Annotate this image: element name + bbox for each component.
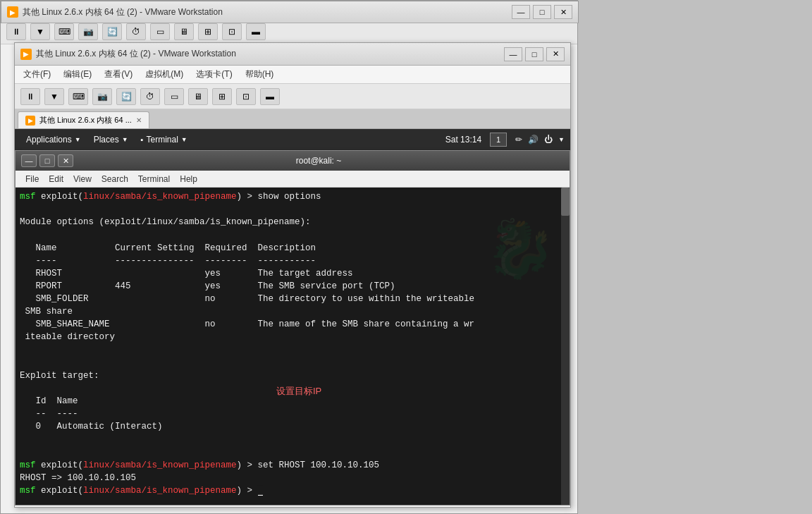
tab-linux-vm[interactable]: ▶ 其他 Linux 2.6.x 内核 64 ... ✕ [18, 111, 149, 128]
inner-title-text: 其他 Linux 2.6.x 内核 64 位 (2) - VMware Work… [36, 48, 236, 60]
terminal-line-2: Module options (exploit/linux/samba/is_k… [20, 216, 565, 228]
term-menu-search[interactable]: Search [97, 173, 133, 185]
outer-maximize-button[interactable]: □ [533, 5, 551, 19]
outer-tb-view2[interactable]: 🖥 [174, 23, 194, 40]
inner-vmware-window: ▶ 其他 Linux 2.6.x 内核 64 位 (2) - VMware Wo… [14, 42, 571, 508]
workspace-switcher[interactable]: 1 [490, 133, 507, 147]
linux-topbar: Applications ▼ Places ▼ ▪ Terminal ▼ Sat… [15, 129, 570, 150]
power-dropdown-icon[interactable]: ▼ [558, 136, 565, 143]
inner-menu-help[interactable]: 帮助(H) [240, 67, 280, 82]
inner-tb-pause[interactable]: ⏸ [20, 88, 40, 105]
terminal-line-rport: RPORT 445 yes The SMB service port (TCP) [20, 280, 565, 293]
applications-menu[interactable]: Applications ▼ [20, 133, 87, 146]
inner-minimize-button[interactable]: — [504, 47, 522, 61]
terminal-line-header: Name Current Setting Required Descriptio… [20, 242, 565, 255]
clock-display: Sat 13:14 [445, 135, 481, 145]
terminal-line-smb-share: SMB share [20, 305, 565, 318]
terminal-line-smb-share-name: SMB_SHARE_NAME no The name of the SMB sh… [20, 318, 565, 331]
places-dropdown-icon: ▼ [122, 136, 128, 143]
terminal-scrollbar[interactable] [561, 188, 570, 505]
term-menu-file[interactable]: File [21, 173, 43, 185]
outer-tb-snapshot2[interactable]: 🔄 [102, 23, 122, 40]
terminal-window-controls: — □ ✕ [21, 154, 73, 167]
terminal-line-blank6 [20, 433, 565, 446]
inner-window-controls: — □ ✕ [504, 47, 565, 61]
inner-close-button[interactable]: ✕ [546, 47, 565, 61]
terminal-close-button[interactable]: ✕ [58, 154, 73, 167]
applications-dropdown-icon: ▼ [75, 136, 81, 143]
terminal-window: — □ ✕ root@kali: ~ File Edit View Search… [15, 150, 570, 506]
inner-vmware-icon: ▶ [20, 49, 32, 60]
inner-tb-full[interactable]: ▬ [260, 88, 280, 105]
inner-tb-v2[interactable]: 🖥 [188, 88, 208, 105]
inner-menu-tab[interactable]: 选项卡(T) [190, 67, 238, 82]
terminal-line-rhost-result: RHOST => 100.10.10.105 [20, 472, 565, 484]
inner-titlebar: ▶ 其他 Linux 2.6.x 内核 64 位 (2) - VMware Wo… [15, 43, 570, 66]
terminal-line-id-0: 0 Automatic (Interact) [20, 420, 565, 433]
inner-tb-v3[interactable]: ⊞ [212, 88, 232, 105]
terminal-line-exploit-target: Exploit target: [20, 369, 565, 382]
terminal-menubar: File Edit View Search Terminal Help [16, 171, 570, 188]
linux-app-menu: Applications ▼ Places ▼ ▪ Terminal ▼ [20, 133, 193, 146]
outer-tb-pause[interactable]: ⏸ [6, 23, 26, 40]
inner-tb-snap1[interactable]: 📷 [92, 88, 112, 105]
term-menu-terminal[interactable]: Terminal [134, 173, 174, 185]
terminal-line-0: msf exploit(linux/samba/is_known_pipenam… [20, 190, 565, 203]
terminal-line-id-dash: -- ---- [20, 408, 565, 420]
draw-icon[interactable]: ✏ [515, 135, 522, 145]
terminal-line-blank4 [20, 357, 565, 369]
term-menu-help[interactable]: Help [176, 173, 202, 185]
terminal-line-rhost: RHOST yes The target address [20, 267, 565, 280]
outer-tb-view4[interactable]: ⊡ [222, 23, 242, 40]
terminal-maximize-button[interactable]: □ [39, 154, 55, 167]
terminal-line-blank7 [20, 446, 565, 459]
inner-menubar: 文件(F) 编辑(E) 查看(V) 虚拟机(M) 选项卡(T) 帮助(H) [15, 66, 570, 84]
tab-label: 其他 Linux 2.6.x 内核 64 ... [39, 115, 132, 126]
terminal-line-iteable: iteable directory [20, 331, 565, 343]
workspace-number: 1 [496, 135, 500, 144]
outer-tb-snapshot3[interactable]: ⏱ [126, 23, 146, 40]
terminal-menu[interactable]: ▪ Terminal ▼ [135, 133, 193, 146]
inner-tb-kbd[interactable]: ⌨ [68, 88, 88, 105]
inner-tb-snap2[interactable]: 🔄 [116, 88, 136, 105]
inner-menu-edit[interactable]: 编辑(E) [58, 67, 97, 82]
inner-tb-v4[interactable]: ⊡ [236, 88, 256, 105]
inner-tb-snap3[interactable]: ⏱ [140, 88, 160, 105]
terminal-line-blank2 [20, 228, 565, 241]
outer-tb-send-ctrlaltdel[interactable]: ⌨ [54, 23, 74, 40]
outer-title-text: 其他 Linux 2.6.x 内核 64 位 (2) - VMware Work… [23, 6, 223, 18]
term-menu-view[interactable]: View [69, 173, 96, 185]
applications-label: Applications [26, 135, 72, 145]
inner-menu-vm[interactable]: 虚拟机(M) [140, 67, 189, 82]
terminal-scrollbar-thumb[interactable] [561, 188, 570, 216]
inner-menu-view[interactable]: 查看(V) [99, 67, 138, 82]
inner-toolbar: ⏸ ▼ ⌨ 📷 🔄 ⏱ ▭ 🖥 ⊞ ⊡ ▬ [15, 84, 570, 109]
audio-icon[interactable]: 🔊 [528, 135, 539, 145]
outer-tb-view1[interactable]: ▭ [150, 23, 170, 40]
outer-tb-view3[interactable]: ⊞ [198, 23, 218, 40]
places-menu[interactable]: Places ▼ [88, 133, 134, 146]
places-label: Places [94, 135, 119, 145]
outer-tb-arrow[interactable]: ▼ [30, 23, 50, 40]
outer-close-button[interactable]: ✕ [554, 5, 572, 19]
terminal-line-prompt: msf exploit(linux/samba/is_known_pipenam… [20, 484, 565, 497]
terminal-content[interactable]: msf exploit(linux/samba/is_known_pipenam… [16, 188, 570, 505]
inner-tb-arrow[interactable]: ▼ [44, 88, 64, 105]
inner-tb-v1[interactable]: ▭ [164, 88, 184, 105]
outer-tb-full[interactable]: ▬ [246, 23, 266, 40]
outer-minimize-button[interactable]: — [512, 5, 530, 19]
terminal-line-dash: ---- --------------- -------- ----------… [20, 255, 565, 267]
terminal-title: root@kali: ~ [73, 156, 564, 166]
terminal-titlebar: — □ ✕ root@kali: ~ [16, 151, 570, 171]
terminal-minimize-button[interactable]: — [21, 154, 37, 167]
tab-close-icon[interactable]: ✕ [136, 116, 142, 124]
terminal-label: Terminal [147, 135, 178, 145]
outer-tb-snapshot1[interactable]: 📷 [78, 23, 98, 40]
power-icon[interactable]: ⏻ [544, 135, 553, 145]
term-menu-edit[interactable]: Edit [44, 173, 68, 185]
inner-maximize-button[interactable]: □ [525, 47, 543, 61]
outer-titlebar: ▶ 其他 Linux 2.6.x 内核 64 位 (2) - VMware Wo… [1, 1, 579, 23]
inner-menu-file[interactable]: 文件(F) [18, 67, 56, 82]
terminal-line-blank3 [20, 344, 565, 357]
terminal-line-smb-folder: SMB_FOLDER no The directory to use withi… [20, 293, 565, 305]
